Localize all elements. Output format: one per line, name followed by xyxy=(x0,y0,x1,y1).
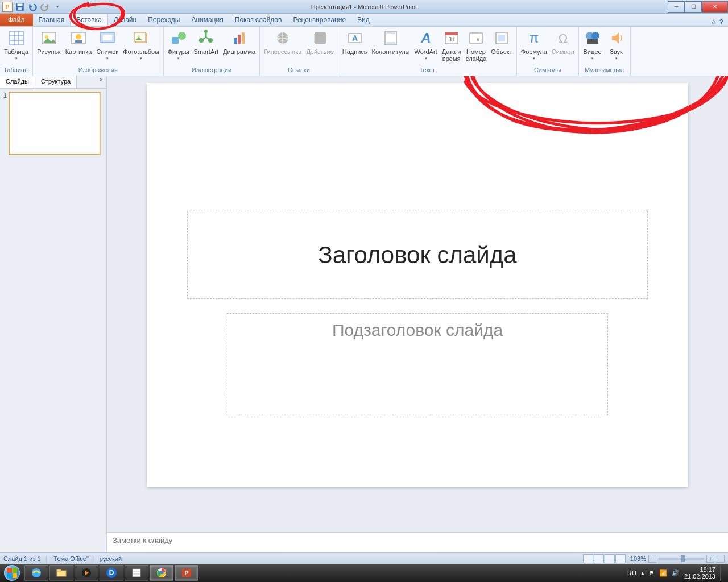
start-button[interactable] xyxy=(0,564,24,582)
photoalbum-icon xyxy=(132,29,150,47)
minimize-ribbon-icon[interactable]: △ xyxy=(712,18,716,26)
ribbon-group-таблицы: Таблица▾Таблицы xyxy=(0,27,33,76)
zoom-out-button[interactable]: − xyxy=(648,555,656,563)
ribbon-tab-рецензирование[interactable]: Рецензирование xyxy=(287,14,351,26)
ribbon-label: Объект xyxy=(491,48,512,55)
ribbon-label: Картинка xyxy=(65,48,92,55)
ribbon-надпись[interactable]: AНадпись xyxy=(341,28,369,56)
ribbon-smartart[interactable]: SmartArt xyxy=(192,28,220,56)
tray-network-icon[interactable]: 📶 xyxy=(659,569,667,577)
tray-volume-icon[interactable]: 🔊 xyxy=(672,569,680,577)
canvas-area[interactable]: Заголовок слайда Подзаголовок слайда xyxy=(107,76,728,532)
ribbon-фигуры[interactable]: Фигуры▾ xyxy=(166,28,191,63)
qat-dropdown-icon[interactable]: ▾ xyxy=(52,2,63,12)
ribbon-group-label: Текст xyxy=(341,66,514,74)
ribbon-wordart[interactable]: AWordArt▾ xyxy=(413,28,439,63)
zoom-level[interactable]: 103% xyxy=(630,555,646,562)
ribbon-видео[interactable]: Видео▾ xyxy=(581,28,604,63)
action-icon xyxy=(311,29,329,47)
ribbon-объект[interactable]: Объект xyxy=(489,28,514,56)
zoom-control: 103% − + xyxy=(630,555,725,563)
ribbon-tab-анимация[interactable]: Анимация xyxy=(185,14,229,26)
taskbar-ie[interactable] xyxy=(24,565,48,581)
ribbon-картинка[interactable]: Картинка xyxy=(64,28,94,56)
object-icon xyxy=(493,29,511,47)
slideshow-view-button[interactable] xyxy=(615,554,626,563)
svg-rect-32 xyxy=(386,32,395,34)
tray-flag-icon[interactable]: ⚑ xyxy=(649,569,655,577)
ribbon-label: Гиперссылка xyxy=(264,48,301,55)
title-placeholder[interactable]: Заголовок слайда xyxy=(187,211,648,299)
normal-view-button[interactable] xyxy=(583,554,593,563)
ribbon-group-текст: AНадписьКолонтитулыAWordArt▾31Дата иврем… xyxy=(338,27,517,76)
ribbon-звук[interactable]: Звук▾ xyxy=(605,28,628,63)
redo-icon[interactable] xyxy=(40,2,50,12)
ribbon-tab-главная[interactable]: Главная xyxy=(33,14,71,26)
clipart-icon xyxy=(69,29,88,47)
panel-tab-outline[interactable]: Структура xyxy=(35,76,77,88)
ribbon-номер-слайда[interactable]: #Номерслайда xyxy=(464,28,489,63)
taskbar: D P RU ▴ ⚑ 📶 🔊 18:17 21.02.2013 xyxy=(0,564,728,582)
ribbon-tab-показ слайдов[interactable]: Показ слайдов xyxy=(229,14,288,26)
panel-tab-slides[interactable]: Слайды xyxy=(0,76,35,88)
quick-access-toolbar: P ▾ xyxy=(0,2,63,12)
ribbon-tab-вид[interactable]: Вид xyxy=(351,14,375,26)
status-bar: Слайд 1 из 1 | "Тема Office" | русский 1… xyxy=(0,552,728,564)
workspace: Слайды Структура × 1 Заголовок слайда По… xyxy=(0,76,728,552)
ribbon-рисунок[interactable]: Рисунок xyxy=(35,28,63,56)
maximize-button[interactable]: ☐ xyxy=(685,1,702,13)
show-desktop-button[interactable] xyxy=(720,565,725,581)
panel-close-icon[interactable]: × xyxy=(96,76,106,88)
ribbon-дата-и-время[interactable]: 31Дата ивремя xyxy=(440,28,463,63)
ribbon-group-иллюстрации: Фигуры▾SmartArtДиаграммаИллюстрации xyxy=(164,27,260,76)
ribbon-гиперссылка: Гиперссылка xyxy=(262,28,303,56)
slide-canvas[interactable]: Заголовок слайда Подзаголовок слайда xyxy=(147,83,688,487)
reading-view-button[interactable] xyxy=(605,554,615,563)
taskbar-app-grid[interactable] xyxy=(125,565,148,581)
minimize-button[interactable]: ─ xyxy=(668,1,685,13)
subtitle-placeholder[interactable]: Подзаголовок слайда xyxy=(227,313,608,415)
file-tab[interactable]: Файл xyxy=(0,14,33,26)
taskbar-explorer[interactable] xyxy=(49,565,73,581)
zoom-in-button[interactable]: + xyxy=(706,555,714,563)
tray-show-hidden-icon[interactable]: ▴ xyxy=(641,569,644,577)
taskbar-chrome[interactable] xyxy=(150,565,173,581)
undo-icon[interactable] xyxy=(27,2,38,12)
fit-window-button[interactable] xyxy=(717,555,725,563)
slide-thumbnail-1[interactable] xyxy=(9,92,100,155)
ribbon-label: Формула xyxy=(521,48,547,55)
tray-language[interactable]: RU xyxy=(627,569,636,576)
ribbon-tab-дизайн[interactable]: Дизайн xyxy=(108,14,142,26)
ribbon-снимок[interactable]: Снимок▾ xyxy=(94,28,120,63)
notes-pane[interactable]: Заметки к слайду xyxy=(107,532,728,552)
taskbar-powerpoint[interactable]: P xyxy=(175,565,198,581)
ribbon-group-мультимедиа: Видео▾Звук▾Мультимедиа xyxy=(579,27,631,76)
ribbon-help: △ ? xyxy=(712,18,728,26)
help-icon[interactable]: ? xyxy=(719,18,723,26)
shapes-icon xyxy=(169,29,188,47)
taskbar-app-d[interactable]: D xyxy=(100,565,123,581)
ribbon-tab-переходы[interactable]: Переходы xyxy=(142,14,185,26)
ribbon-tab-вставка[interactable]: Вставка xyxy=(70,14,108,26)
svg-rect-1 xyxy=(18,3,23,6)
ribbon-label: WordArt xyxy=(415,48,437,55)
svg-point-11 xyxy=(76,34,81,40)
svg-point-45 xyxy=(592,32,599,40)
ribbon-tab-row: Файл ГлавнаяВставкаДизайнПереходыАнимаци… xyxy=(0,14,728,27)
status-language[interactable]: русский xyxy=(100,555,122,562)
close-button[interactable]: ✕ xyxy=(702,1,728,13)
ribbon-таблица[interactable]: Таблица▾ xyxy=(2,28,30,63)
save-icon[interactable] xyxy=(15,2,25,12)
zoom-slider[interactable] xyxy=(659,558,704,560)
sorter-view-button[interactable] xyxy=(594,554,604,563)
ribbon-формула[interactable]: πФормула▾ xyxy=(519,28,549,63)
ribbon-label: Колонтитулы xyxy=(372,48,410,55)
wordart-icon: A xyxy=(417,29,435,47)
chevron-down-icon: ▾ xyxy=(106,55,109,62)
taskbar-mediaplayer[interactable] xyxy=(75,565,98,581)
ribbon-колонтитулы[interactable]: Колонтитулы xyxy=(370,28,412,56)
ribbon-фотоальбом[interactable]: Фотоальбом▾ xyxy=(121,28,161,63)
tray-clock[interactable]: 18:17 21.02.2013 xyxy=(684,566,715,580)
ribbon-диаграмма[interactable]: Диаграмма xyxy=(221,28,257,56)
svg-point-19 xyxy=(178,32,186,40)
